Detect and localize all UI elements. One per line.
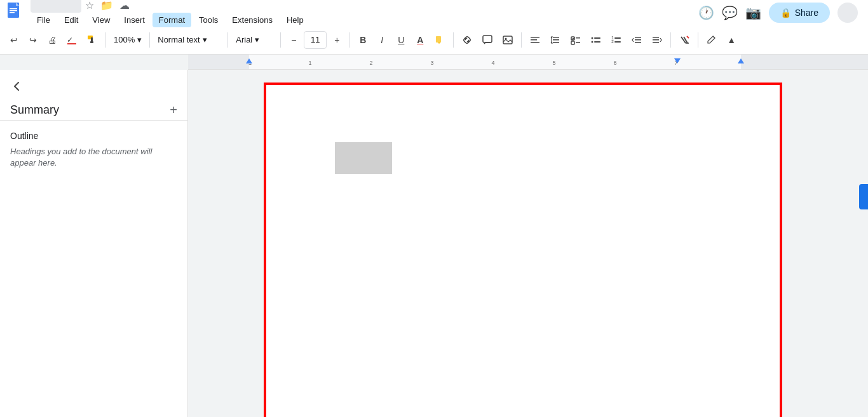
profile-avatar[interactable] <box>837 3 858 23</box>
svg-text:1: 1 <box>308 60 311 66</box>
svg-rect-4 <box>10 12 15 13</box>
svg-rect-17 <box>553 37 559 38</box>
document-page[interactable] <box>264 83 782 417</box>
outline-title: Outline <box>10 131 177 141</box>
add-summary-button[interactable]: + <box>170 103 177 117</box>
share-button[interactable]: 🔒 Share <box>769 3 830 23</box>
line-spacing-button[interactable] <box>546 30 565 50</box>
spellcheck-button[interactable]: ✓ <box>62 30 81 50</box>
style-value: Normal text <box>158 35 200 44</box>
document-title[interactable] <box>31 0 81 13</box>
svg-rect-18 <box>553 39 559 41</box>
bullet-list-button[interactable] <box>587 30 606 50</box>
zoom-select[interactable]: 100% ▾ <box>110 30 146 50</box>
text-color-icon: A <box>417 35 423 45</box>
print-button[interactable]: 🖨 <box>43 30 61 50</box>
collapse-toolbar-button[interactable]: ▲ <box>722 30 740 50</box>
menu-extensions[interactable]: Extensions <box>226 13 279 27</box>
folder-icon[interactable]: 📁 <box>100 0 113 11</box>
divider-3 <box>227 32 228 48</box>
zoom-value: 100% <box>114 35 135 44</box>
numbered-list-button[interactable]: 1 2 <box>607 30 626 50</box>
svg-rect-14 <box>531 37 539 38</box>
svg-text:5: 5 <box>552 60 555 66</box>
menu-file[interactable]: File <box>31 13 57 27</box>
svg-rect-16 <box>531 42 539 43</box>
menu-edit[interactable]: Edit <box>58 13 85 27</box>
summary-header: Summary + <box>0 98 187 121</box>
svg-text:✓: ✓ <box>67 36 73 44</box>
header-right: 🕐 💬 📷 🔒 Share <box>698 3 863 23</box>
font-size-increase-button[interactable]: + <box>328 30 346 50</box>
divider-8 <box>670 32 671 48</box>
checklist-button[interactable] <box>566 30 585 50</box>
svg-rect-32 <box>635 37 641 38</box>
share-label: Share <box>795 8 818 18</box>
svg-rect-37 <box>653 42 659 43</box>
divider-2 <box>149 32 150 48</box>
outline-section: Outline Headings you add to the document… <box>0 126 187 174</box>
paint-format-button[interactable] <box>83 30 102 50</box>
svg-rect-21 <box>576 37 580 39</box>
italic-button[interactable]: I <box>373 30 391 50</box>
highlight-button[interactable] <box>430 30 449 50</box>
divider-5 <box>349 32 350 48</box>
menu-bar: File Edit View Insert Format Tools Exten… <box>31 13 693 27</box>
sidebar: Summary + Outline Headings you add to th… <box>0 70 188 417</box>
svg-text:3: 3 <box>430 60 433 66</box>
svg-rect-10 <box>436 36 441 43</box>
svg-rect-36 <box>653 39 659 41</box>
align-button[interactable] <box>526 30 545 50</box>
insert-image-button[interactable] <box>498 30 517 50</box>
link-button[interactable] <box>458 30 477 50</box>
cloud-icon[interactable]: ☁ <box>119 0 130 11</box>
svg-text:6: 6 <box>613 60 616 66</box>
bold-button[interactable]: B <box>354 30 372 50</box>
menu-tools[interactable]: Tools <box>193 13 224 27</box>
menu-insert[interactable]: Insert <box>118 13 151 27</box>
indent-decrease-button[interactable] <box>627 30 646 50</box>
star-icon[interactable]: ☆ <box>85 0 94 11</box>
menu-help[interactable]: Help <box>280 13 310 27</box>
insert-comment-button[interactable] <box>478 30 497 50</box>
svg-rect-23 <box>576 42 580 43</box>
comment-icon[interactable]: 💬 <box>722 5 738 20</box>
svg-rect-19 <box>553 42 559 43</box>
svg-line-39 <box>687 36 689 38</box>
text-color-button[interactable]: A <box>411 30 429 50</box>
right-panel <box>858 70 868 417</box>
clear-format-button[interactable] <box>675 30 694 50</box>
divider-9 <box>698 32 698 48</box>
redo-button[interactable]: ↪ <box>24 30 42 50</box>
toolbar: ↩ ↪ 🖨 ✓ 100% ▾ Normal text ▾ Arial ▾ − 1… <box>0 25 868 55</box>
svg-rect-2 <box>10 8 17 10</box>
font-value: Arial <box>236 35 252 44</box>
svg-rect-33 <box>635 39 641 41</box>
divider-7 <box>521 32 522 48</box>
svg-point-26 <box>592 41 593 43</box>
underline-button[interactable]: U <box>392 30 410 50</box>
menu-view[interactable]: View <box>86 13 116 27</box>
document-area[interactable] <box>188 70 858 417</box>
right-panel-tab[interactable] <box>859 184 868 209</box>
sidebar-back-button[interactable] <box>0 75 187 98</box>
selected-object[interactable] <box>335 142 392 174</box>
svg-rect-15 <box>531 39 537 41</box>
font-size-decrease-button[interactable]: − <box>285 30 302 50</box>
menu-format[interactable]: Format <box>153 13 191 27</box>
edit-mode-button[interactable] <box>702 30 721 50</box>
svg-rect-22 <box>571 41 574 44</box>
summary-title: Summary <box>10 103 59 117</box>
title-bar: ☆ 📁 ☁ File Edit View Insert Format Tools… <box>0 0 868 25</box>
indent-increase-button[interactable] <box>648 30 667 50</box>
undo-button[interactable]: ↩ <box>5 30 23 50</box>
font-select[interactable]: Arial ▾ <box>232 30 276 50</box>
ruler: -1 1 2 3 4 5 6 7 <box>188 55 868 70</box>
font-size-input[interactable]: 11 <box>304 31 327 49</box>
svg-rect-42 <box>741 55 868 70</box>
title-area: ☆ 📁 ☁ File Edit View Insert Format Tools… <box>31 0 693 27</box>
svg-rect-11 <box>483 36 492 43</box>
history-icon[interactable]: 🕐 <box>698 5 714 20</box>
videocam-icon[interactable]: 📷 <box>745 5 761 20</box>
style-select[interactable]: Normal text ▾ <box>154 30 224 50</box>
